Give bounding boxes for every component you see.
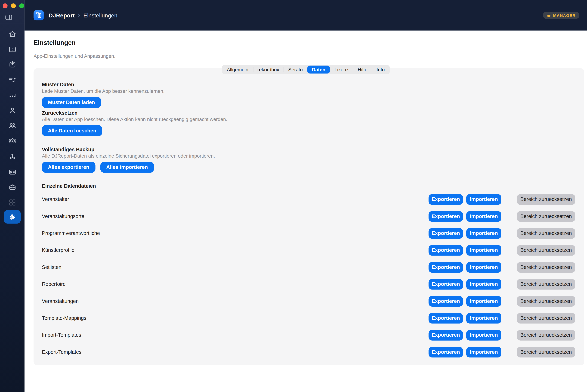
sidebar-item-team[interactable]: [0, 133, 25, 149]
row-label: Künstlerprofile: [42, 248, 429, 253]
import-button[interactable]: Importieren: [466, 296, 501, 306]
breadcrumb-current: Einstellungen: [83, 12, 117, 18]
sidebar-item-business[interactable]: [0, 180, 25, 195]
sidebar-item-artist-profile[interactable]: [0, 103, 25, 118]
page-title: Einstellungen: [34, 39, 76, 47]
section-desc-backup: Alle DJReport-Daten als einzelne Sicheru…: [42, 153, 575, 159]
import-all-button[interactable]: Alles importieren: [100, 162, 154, 173]
sidebar-item-repertoire[interactable]: [0, 88, 25, 103]
reset-area-button[interactable]: Bereich zuruecksetzen: [517, 330, 575, 340]
tab-serato[interactable]: Serato: [284, 66, 307, 74]
export-button[interactable]: Exportieren: [429, 330, 463, 340]
sidebar: [0, 0, 25, 392]
minimize-window-button[interactable]: [11, 3, 16, 8]
row-divider: [509, 194, 509, 204]
row-divider: [509, 330, 509, 340]
section-title-data-files: Einzelne Datendateien: [42, 183, 575, 189]
sidebar-item-contacts[interactable]: [0, 118, 25, 133]
row-divider: [509, 211, 509, 221]
sidebar-item-import[interactable]: [0, 57, 25, 72]
two-people-icon: [8, 122, 17, 130]
three-people-icon: [8, 137, 17, 145]
export-button[interactable]: Exportieren: [429, 262, 463, 272]
tab-allgemein[interactable]: Allgemein: [222, 66, 253, 74]
data-file-row: VeranstaltungenExportierenImportierenBer…: [42, 293, 575, 310]
music-notes-icon: [8, 91, 17, 99]
main-content: Einstellungen App-Einstellungen und Anpa…: [25, 30, 587, 392]
reset-area-button[interactable]: Bereich zuruecksetzen: [517, 245, 575, 256]
sidebar-item-home[interactable]: [0, 26, 25, 42]
map-pin-icon: [8, 152, 17, 161]
crown-icon: [547, 13, 551, 18]
export-button[interactable]: Exportieren: [429, 296, 463, 306]
close-window-button[interactable]: [3, 3, 8, 8]
gear-icon: [8, 213, 16, 221]
breadcrumb-app-name[interactable]: DJReport: [49, 12, 75, 18]
export-button[interactable]: Exportieren: [429, 313, 463, 323]
data-file-row: ProgrammverantwortlicheExportierenImport…: [42, 225, 575, 242]
reset-area-button[interactable]: Bereich zuruecksetzen: [517, 194, 575, 205]
data-file-rows: VeranstalterExportierenImportierenBereic…: [42, 191, 575, 361]
import-button[interactable]: Importieren: [466, 262, 501, 272]
row-label: Setlisten: [42, 264, 429, 270]
row-label: Veranstaltungsorte: [42, 214, 429, 219]
row-label: Import-Templates: [42, 332, 429, 338]
import-button[interactable]: Importieren: [466, 279, 501, 290]
row-label: Veranstalter: [42, 196, 429, 202]
person-icon: [8, 106, 17, 114]
import-button[interactable]: Importieren: [466, 211, 501, 222]
data-file-row: SetlistenExportierenImportierenBereich z…: [42, 259, 575, 276]
export-button[interactable]: Exportieren: [429, 211, 463, 222]
reset-area-button[interactable]: Bereich zuruecksetzen: [517, 313, 575, 323]
tab-info[interactable]: Info: [372, 66, 389, 74]
reset-area-button[interactable]: Bereich zuruecksetzen: [517, 228, 575, 238]
section-desc-reset: Alle Daten der App loeschen. Diese Aktio…: [42, 116, 575, 122]
sidebar-item-id-cards[interactable]: [0, 164, 25, 180]
manager-badge[interactable]: MANAGER: [543, 12, 579, 19]
briefcase-icon: [8, 183, 17, 191]
tab-lizenz[interactable]: Lizenz: [330, 66, 353, 74]
home-icon: [8, 30, 17, 38]
data-file-row: KünstlerprofileExportierenImportierenBer…: [42, 242, 575, 259]
delete-all-data-button[interactable]: Alle Daten loeschen: [42, 125, 102, 136]
import-button[interactable]: Importieren: [466, 330, 501, 340]
page-subtitle: App-Einstellungen und Anpassungen.: [34, 53, 115, 59]
export-button[interactable]: Exportieren: [429, 228, 463, 238]
panel-toggle-icon[interactable]: [5, 14, 13, 20]
export-all-button[interactable]: Alles exportieren: [42, 162, 95, 173]
data-file-row: RepertoireExportierenImportierenBereich …: [42, 276, 575, 292]
import-button[interactable]: Importieren: [466, 228, 501, 238]
reset-area-button[interactable]: Bereich zuruecksetzen: [517, 211, 575, 222]
app-window: DJReport › Einstellungen MANAGER Einstel…: [0, 0, 587, 392]
import-button[interactable]: Importieren: [466, 313, 501, 323]
app-header: DJReport › Einstellungen MANAGER: [25, 0, 587, 30]
zoom-window-button[interactable]: [19, 3, 24, 8]
export-button[interactable]: Exportieren: [429, 194, 463, 205]
tab-rekordbox[interactable]: rekordbox: [253, 66, 284, 74]
section-title-sample-data: Muster Daten: [42, 82, 575, 88]
row-label: Veranstaltungen: [42, 298, 429, 304]
sidebar-item-setlists[interactable]: [0, 72, 25, 88]
data-file-row: VeranstaltungsorteExportierenImportieren…: [42, 208, 575, 225]
export-button[interactable]: Exportieren: [429, 347, 463, 357]
sidebar-item-templates[interactable]: [0, 195, 25, 210]
row-divider: [509, 279, 509, 289]
setlist-icon: [8, 76, 17, 84]
tab-daten[interactable]: Daten: [307, 66, 330, 74]
sidebar-item-settings-active[interactable]: [4, 210, 21, 224]
reset-area-button[interactable]: Bereich zuruecksetzen: [517, 262, 575, 272]
sidebar-item-venues[interactable]: [0, 149, 25, 164]
sidebar-item-calendar[interactable]: [0, 42, 25, 57]
tab-hilfe[interactable]: Hilfe: [353, 66, 372, 74]
load-sample-data-button[interactable]: Muster Daten laden: [42, 97, 101, 108]
import-button[interactable]: Importieren: [466, 347, 501, 357]
export-button[interactable]: Exportieren: [429, 279, 463, 290]
reset-area-button[interactable]: Bereich zuruecksetzen: [517, 296, 575, 306]
manager-badge-label: MANAGER: [553, 13, 576, 18]
reset-area-button[interactable]: Bereich zuruecksetzen: [517, 347, 575, 357]
reset-area-button[interactable]: Bereich zuruecksetzen: [517, 279, 575, 290]
chevron-right-icon: ›: [78, 12, 80, 18]
import-button[interactable]: Importieren: [466, 245, 501, 256]
export-button[interactable]: Exportieren: [429, 245, 463, 256]
import-button[interactable]: Importieren: [466, 194, 501, 205]
